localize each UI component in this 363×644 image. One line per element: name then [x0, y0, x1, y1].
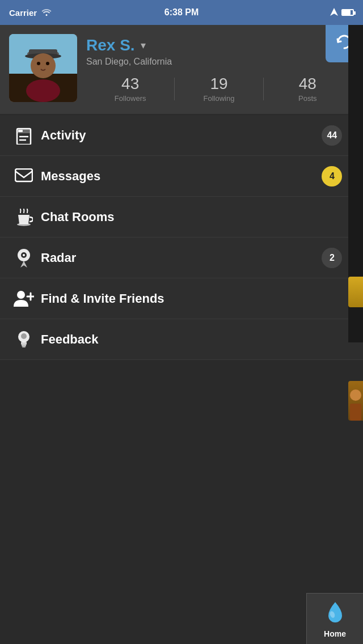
following-label: Following: [204, 94, 235, 103]
radar-icon: [11, 245, 36, 270]
stats-row: 43 Followers 19 Following 48 Posts: [86, 75, 352, 103]
following-count: 19: [210, 75, 227, 93]
svg-point-28: [350, 389, 361, 401]
svg-point-27: [21, 333, 27, 339]
svg-rect-14: [18, 130, 23, 132]
wifi-icon: [41, 8, 52, 18]
svg-point-9: [26, 79, 60, 102]
bottom-bar: Home: [306, 593, 363, 644]
side-peek-notification[interactable]: [348, 277, 363, 307]
profile-location: San Diego, California: [86, 57, 352, 67]
radar-badge: 2: [322, 248, 342, 268]
feedback-label: Feedback: [41, 332, 348, 347]
svg-point-16: [17, 223, 31, 226]
battery-icon: [341, 8, 354, 18]
followers-count: 43: [121, 75, 139, 93]
radar-label: Radar: [41, 251, 322, 265]
following-stat[interactable]: 19 Following: [175, 75, 263, 103]
svg-rect-24: [21, 342, 27, 345]
svg-point-7: [37, 62, 40, 65]
profile-name-row: Rex S. ▾: [86, 36, 352, 54]
avatar[interactable]: [9, 34, 77, 102]
menu-item-radar[interactable]: Radar 2 ›: [0, 238, 363, 278]
menu-item-chatrooms[interactable]: Chat Rooms ›: [0, 197, 363, 238]
messages-label: Messages: [41, 169, 322, 184]
status-bar-left: Carrier: [9, 8, 52, 18]
profile-name[interactable]: Rex S.: [86, 36, 135, 54]
find-invite-icon: [11, 286, 36, 311]
profile-dropdown-arrow[interactable]: ▾: [141, 39, 146, 52]
carrier-label: Carrier: [9, 8, 37, 18]
followers-stat[interactable]: 43 Followers: [86, 75, 174, 103]
menu-item-activity[interactable]: Activity 44 ›: [0, 115, 363, 156]
location-arrow-icon: [330, 8, 338, 18]
svg-point-6: [31, 53, 56, 78]
svg-rect-29: [350, 404, 361, 421]
menu-list: Activity 44 › Messages 4 ›: [0, 115, 363, 360]
chatrooms-label: Chat Rooms: [41, 210, 348, 224]
status-bar-time: 6:38 PM: [164, 7, 199, 18]
messages-icon: [11, 164, 36, 189]
menu-item-feedback[interactable]: Feedback ›: [0, 319, 363, 360]
status-bar: Carrier 6:38 PM: [0, 0, 363, 25]
home-label[interactable]: Home: [324, 629, 346, 638]
posts-label: Posts: [298, 94, 317, 103]
svg-rect-26: [22, 346, 26, 348]
menu-item-messages[interactable]: Messages 4 ›: [0, 156, 363, 197]
followers-label: Followers: [115, 94, 146, 103]
activity-badge: 44: [322, 125, 342, 146]
posts-count: 48: [299, 75, 316, 93]
side-peek-character: [348, 381, 363, 421]
profile-header: Rex S. ▾ San Diego, California 43 Follow…: [0, 25, 363, 114]
feedback-icon: [11, 327, 36, 352]
svg-rect-25: [22, 345, 26, 346]
posts-stat[interactable]: 48 Posts: [264, 75, 352, 103]
findinvite-label: Find & Invite Friends: [41, 291, 348, 306]
menu-item-findinvite[interactable]: Find & Invite Friends ›: [0, 278, 363, 319]
profile-info: Rex S. ▾ San Diego, California 43 Follow…: [77, 34, 352, 103]
messages-badge: 4: [322, 166, 342, 187]
svg-rect-15: [15, 169, 32, 181]
svg-point-8: [46, 62, 49, 65]
svg-point-19: [23, 254, 25, 256]
svg-point-20: [17, 291, 25, 299]
activity-label: Activity: [41, 128, 322, 143]
svg-marker-0: [330, 8, 338, 16]
status-bar-right: [330, 8, 354, 18]
activity-icon: [11, 123, 36, 148]
chatrooms-icon: [11, 205, 36, 230]
